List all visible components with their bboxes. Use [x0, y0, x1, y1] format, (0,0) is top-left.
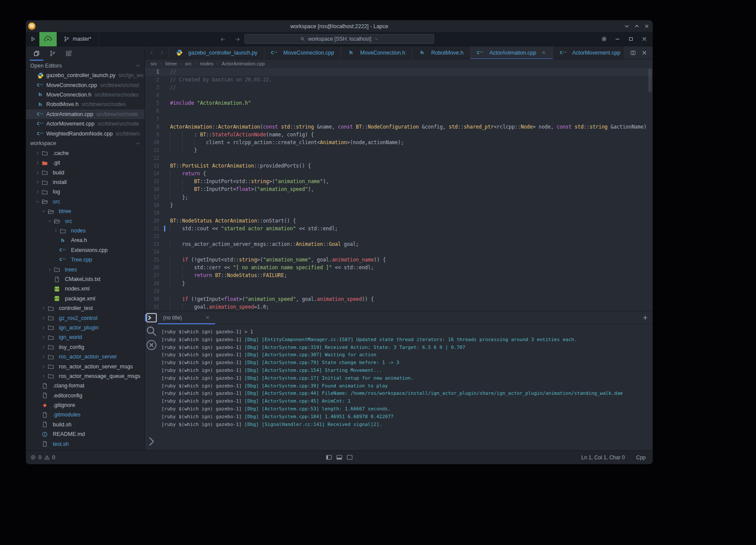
- code-line[interactable]: 14 return {: [145, 170, 653, 177]
- warnings-icon[interactable]: [44, 455, 50, 460]
- code-line[interactable]: 7: [145, 115, 653, 123]
- chevron-right-icon[interactable]: [48, 268, 53, 272]
- code-line[interactable]: 28 }: [145, 280, 653, 287]
- editor-tab[interactable]: C⁺⁺ActorMovement.cpp: [553, 46, 624, 59]
- layout-left-toggle-icon[interactable]: [326, 454, 332, 461]
- chevron-right-icon[interactable]: [42, 374, 47, 378]
- code-line[interactable]: 26 std::cerr << "[ no animation name spe…: [145, 264, 653, 271]
- code-line[interactable]: 4: [145, 91, 653, 99]
- code-line[interactable]: 10 client = rclcpp_action::create_client…: [145, 139, 653, 146]
- tree-item[interactable]: test.sh: [26, 439, 145, 448]
- open-editor-item[interactable]: C⁺⁺WeightedRandomNode.cppsrc/btree/s: [26, 129, 145, 138]
- chevron-right-icon[interactable]: [35, 161, 41, 165]
- panel-error-circle-icon[interactable]: [145, 338, 158, 352]
- layout-bottom-toggle-icon[interactable]: [336, 454, 343, 461]
- chevron-down-icon[interactable]: [135, 141, 140, 146]
- code-line[interactable]: 11 }: [145, 146, 653, 154]
- breadcrumb-item[interactable]: nodes: [200, 61, 213, 66]
- tree-item[interactable]: trees: [26, 264, 145, 274]
- chevron-right-icon[interactable]: [42, 326, 47, 330]
- toolbar-minimize-icon[interactable]: [611, 32, 624, 46]
- new-terminal-button[interactable]: [642, 311, 653, 324]
- tree-item[interactable]: build.sh: [26, 420, 145, 429]
- tree-item[interactable]: nodes.xml: [26, 284, 145, 293]
- tree-item[interactable]: ign_world: [26, 332, 145, 342]
- panel-terminal-icon[interactable]: [145, 311, 158, 324]
- tree-item[interactable]: README.md: [26, 429, 145, 439]
- code-editor[interactable]: 1//2// Created by bastian on 26.03.22.3/…: [145, 68, 653, 311]
- chevron-down-icon[interactable]: [35, 200, 41, 204]
- panel-search-icon[interactable]: [145, 324, 158, 338]
- chevron-right-icon[interactable]: [42, 364, 47, 369]
- tree-item[interactable]: .gitmodules: [26, 410, 145, 419]
- tree-item[interactable]: .gitignore: [26, 400, 145, 410]
- remote-connection-button[interactable]: [39, 32, 57, 46]
- tree-item[interactable]: package.xml: [26, 294, 145, 303]
- toolbar-close-icon[interactable]: [637, 32, 651, 46]
- code-line[interactable]: 6: [145, 107, 653, 115]
- titlebar-close-icon[interactable]: [642, 20, 652, 32]
- tree-item[interactable]: log: [26, 187, 145, 197]
- terminal-output[interactable]: [ruby $(which ign) gazebo-1] > 1[ruby $(…: [158, 324, 653, 450]
- run-icon[interactable]: [26, 32, 39, 46]
- code-line[interactable]: 12: [145, 154, 653, 162]
- chevron-right-icon[interactable]: [42, 316, 47, 320]
- chevron-right-icon[interactable]: [35, 190, 41, 194]
- chevron-right-icon[interactable]: [35, 171, 41, 175]
- tree-item[interactable]: .clang-format: [26, 381, 145, 390]
- tree-item[interactable]: src: [26, 216, 145, 226]
- close-editor-icon[interactable]: [640, 50, 649, 56]
- tree-item[interactable]: C⁺⁺Tree.cpp: [26, 255, 145, 264]
- chevron-down-icon[interactable]: [42, 209, 47, 213]
- titlebar-chevron-down-icon[interactable]: [622, 20, 632, 32]
- open-editor-item[interactable]: C⁺⁺ActorMovement.cppsrc/btree/src/node: [26, 119, 145, 129]
- open-editor-item[interactable]: C⁺⁺MoveConnection.cppsrc/btree/src/nod: [26, 80, 145, 90]
- code-line[interactable]: 17 };: [145, 193, 653, 201]
- tree-item[interactable]: ros_actor_action_server_msgs: [26, 361, 145, 371]
- layout-right-toggle-icon[interactable]: [347, 454, 353, 461]
- chevron-right-icon[interactable]: [35, 151, 41, 155]
- tab-scroll-right-icon[interactable]: [160, 50, 164, 55]
- open-editor-item[interactable]: hMoveConnection.hsrc/btree/src/nodes: [26, 90, 145, 100]
- tree-item[interactable]: .cache: [26, 148, 145, 158]
- split-editor-icon[interactable]: [628, 50, 638, 56]
- breadcrumb-item[interactable]: src: [151, 61, 157, 66]
- tree-item[interactable]: ros_actor_action_server: [26, 352, 145, 361]
- editor-tab[interactable]: hMoveConnection.h: [341, 46, 412, 59]
- tree-item[interactable]: ign_actor_plugin: [26, 323, 145, 332]
- titlebar-chevron-up-icon[interactable]: [632, 20, 642, 32]
- code-line[interactable]: 1//: [145, 68, 653, 76]
- open-editor-item[interactable]: hRobotMove.hsrc/btree/src/nodes: [26, 100, 145, 109]
- workspace-header[interactable]: workspace: [26, 139, 145, 148]
- chevron-right-icon[interactable]: [42, 345, 47, 349]
- tree-item[interactable]: controller_test: [26, 303, 145, 313]
- workspace-search-box[interactable]: workspace [SSH: localhost]: [244, 34, 434, 44]
- git-branch-indicator[interactable]: master*: [57, 32, 98, 46]
- nav-back-icon[interactable]: [217, 32, 228, 46]
- code-line[interactable]: 13BT::PortsList ActorAnimation::provided…: [145, 162, 653, 170]
- titlebar[interactable]: W workspace [ros@localhost:2222] - Lapce: [26, 20, 653, 32]
- open-editor-item[interactable]: C⁺⁺ActorAnimation.cppsrc/btree/src/node: [26, 110, 145, 119]
- code-line[interactable]: 3//: [145, 84, 653, 91]
- close-icon[interactable]: [205, 315, 210, 320]
- tree-item[interactable]: nodes: [26, 226, 145, 235]
- chevron-right-icon[interactable]: [42, 335, 47, 339]
- code-line[interactable]: 19: [145, 209, 653, 217]
- code-line[interactable]: 18}: [145, 201, 653, 209]
- code-line[interactable]: 22: [145, 232, 653, 240]
- code-line[interactable]: 5#include "ActorAnimation.h": [145, 99, 653, 107]
- tree-item[interactable]: build: [26, 168, 145, 177]
- errors-icon[interactable]: [30, 455, 36, 460]
- tree-item[interactable]: btree: [26, 206, 145, 216]
- chevron-down-icon[interactable]: [48, 219, 53, 223]
- tree-item[interactable]: src: [26, 197, 145, 206]
- error-count[interactable]: 0: [39, 455, 42, 461]
- code-line[interactable]: 21 std::cout << "started actor animation…: [145, 225, 653, 232]
- open-editors-header[interactable]: Open Editors: [26, 61, 145, 71]
- tree-item[interactable]: iisy_config: [26, 342, 145, 352]
- tree-item[interactable]: C⁺⁺Extensions.cpp: [26, 245, 145, 255]
- activity-files-icon[interactable]: [29, 46, 45, 61]
- language-mode[interactable]: Cpp: [636, 455, 646, 461]
- activity-git-branch-icon[interactable]: [45, 46, 61, 61]
- editor-scrollbar[interactable]: [648, 69, 652, 92]
